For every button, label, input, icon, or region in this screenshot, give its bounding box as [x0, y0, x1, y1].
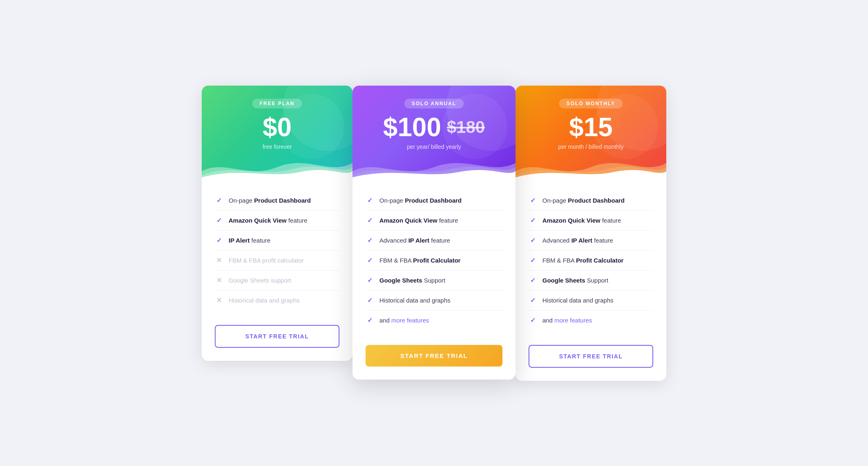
check-icon: ✓ — [366, 197, 374, 205]
feature-text: FBM & FBA Profit Calculator — [542, 257, 623, 264]
card-header-annual: SOLO ANNUAL$100$180per year/ billed year… — [352, 86, 516, 179]
check-icon: ✓ — [529, 256, 537, 265]
feature-bold: IP Alert — [229, 237, 250, 244]
feature-item: ✓On-page Product Dashboard — [529, 191, 653, 211]
feature-bold: IP Alert — [571, 237, 593, 244]
btn-wrap-monthly: START FREE TRIAL — [516, 342, 666, 381]
plan-sub-annual: per year/ billed yearly — [407, 144, 461, 150]
feature-bold: Amazon Quick View — [542, 217, 600, 224]
start-trial-button-annual[interactable]: START FREE TRIAL — [366, 345, 502, 367]
check-icon: ✓ — [529, 316, 537, 325]
pricing-card-free: FREE PLAN$0free forever ✓On-page Product… — [202, 86, 352, 361]
feature-item: ✓Amazon Quick View feature — [215, 211, 339, 231]
feature-item: ✓Advanced IP Alert feature — [529, 231, 653, 251]
feature-text: Amazon Quick View feature — [542, 217, 621, 224]
feature-text: Google Sheets Support — [542, 277, 608, 284]
features-list-monthly: ✓On-page Product Dashboard✓Amazon Quick … — [516, 179, 666, 342]
feature-item: ✓IP Alert feature — [215, 231, 339, 251]
feature-bold: Profit Calculator — [413, 257, 461, 264]
cross-icon: ✕ — [215, 296, 223, 305]
feature-bold: Profit Calculator — [576, 257, 624, 264]
check-icon: ✓ — [529, 296, 537, 305]
btn-wrap-annual: START FREE TRIAL — [352, 342, 516, 380]
check-icon: ✓ — [366, 236, 374, 245]
feature-text: IP Alert feature — [229, 237, 271, 244]
feature-bold: IP Alert — [408, 237, 430, 244]
check-icon: ✓ — [366, 216, 374, 225]
feature-item: ✕Google Sheets support — [215, 271, 339, 291]
feature-item: ✓FBM & FBA Profit Calculator — [529, 251, 653, 271]
feature-item: ✓and more features — [366, 311, 502, 330]
feature-text: Google Sheets support — [229, 277, 291, 284]
feature-text: On-page Product Dashboard — [542, 197, 625, 204]
check-icon: ✓ — [215, 236, 223, 245]
feature-bold: Google Sheets — [379, 277, 422, 284]
check-icon: ✓ — [529, 216, 537, 225]
feature-text: On-page Product Dashboard — [379, 197, 462, 204]
feature-text: and more features — [379, 317, 429, 324]
plan-badge-annual: SOLO ANNUAL — [404, 99, 464, 108]
start-trial-button-free[interactable]: START FREE TRIAL — [215, 325, 339, 348]
feature-item: ✓and more features — [529, 311, 653, 330]
feature-item: ✓Amazon Quick View feature — [529, 211, 653, 231]
more-features-link[interactable]: more features — [554, 317, 592, 324]
cross-icon: ✕ — [215, 276, 223, 285]
plan-price-main-annual: $100 — [383, 114, 441, 140]
feature-bold: Product Dashboard — [568, 197, 625, 204]
feature-item: ✓FBM & FBA Profit Calculator — [366, 251, 502, 271]
feature-bold: Amazon Quick View — [379, 217, 437, 224]
check-icon: ✓ — [529, 197, 537, 205]
feature-item: ✕FBM & FBA profit calculator — [215, 251, 339, 271]
feature-text: Advanced IP Alert feature — [542, 237, 613, 244]
feature-item: ✓Advanced IP Alert feature — [366, 231, 502, 251]
feature-text: Historical data and graphs — [542, 297, 613, 304]
plan-price-annual: $100$180 — [383, 114, 485, 140]
plan-price-monthly: $15 — [569, 114, 613, 140]
features-list-free: ✓On-page Product Dashboard✓Amazon Quick … — [202, 179, 352, 322]
features-list-annual: ✓On-page Product Dashboard✓Amazon Quick … — [352, 179, 516, 342]
feature-text: Historical data and graphs — [379, 297, 450, 304]
plan-price-original-annual: $180 — [447, 119, 485, 136]
check-icon: ✓ — [529, 276, 537, 285]
check-icon: ✓ — [366, 296, 374, 305]
pricing-card-annual: SOLO ANNUAL$100$180per year/ billed year… — [352, 86, 516, 380]
feature-bold: Product Dashboard — [405, 197, 462, 204]
feature-bold: Google Sheets — [542, 277, 585, 284]
feature-text: and more features — [542, 317, 592, 324]
plan-badge-monthly: SOLO MONTHLY — [559, 99, 623, 108]
feature-text: Google Sheets Support — [379, 277, 445, 284]
plan-sub-monthly: per month / billed monthly — [558, 144, 623, 150]
start-trial-button-monthly[interactable]: START FREE TRIAL — [529, 345, 653, 368]
feature-item: ✓Google Sheets Support — [529, 271, 653, 291]
check-icon: ✓ — [366, 276, 374, 285]
check-icon: ✓ — [366, 256, 374, 265]
card-header-monthly: SOLO MONTHLY$15per month / billed monthl… — [516, 86, 666, 179]
feature-item: ✓Historical data and graphs — [366, 291, 502, 311]
feature-bold: Product Dashboard — [254, 197, 311, 204]
feature-item: ✓On-page Product Dashboard — [366, 191, 502, 211]
feature-item: ✓On-page Product Dashboard — [215, 191, 339, 211]
check-icon: ✓ — [215, 197, 223, 205]
feature-text: FBM & FBA Profit Calculator — [379, 257, 460, 264]
check-icon: ✓ — [215, 216, 223, 225]
check-icon: ✓ — [529, 236, 537, 245]
plan-price-free: $0 — [262, 114, 291, 140]
pricing-container: FREE PLAN$0free forever ✓On-page Product… — [149, 86, 719, 381]
card-header-free: FREE PLAN$0free forever — [202, 86, 352, 179]
cross-icon: ✕ — [215, 256, 223, 265]
pricing-card-monthly: SOLO MONTHLY$15per month / billed monthl… — [516, 86, 666, 381]
feature-item: ✓Google Sheets Support — [366, 271, 502, 291]
more-features-link[interactable]: more features — [391, 317, 429, 324]
feature-text: On-page Product Dashboard — [229, 197, 311, 204]
feature-item: ✓Historical data and graphs — [529, 291, 653, 311]
feature-bold: Amazon Quick View — [229, 217, 286, 224]
feature-text: Historical data and graphs — [229, 297, 300, 304]
plan-sub-free: free forever — [262, 144, 292, 150]
feature-text: Amazon Quick View feature — [229, 217, 307, 224]
feature-text: Amazon Quick View feature — [379, 217, 458, 224]
plan-badge-free: FREE PLAN — [252, 99, 302, 108]
btn-wrap-free: START FREE TRIAL — [202, 322, 352, 361]
feature-text: FBM & FBA profit calculator — [229, 257, 304, 264]
feature-item: ✓Amazon Quick View feature — [366, 211, 502, 231]
check-icon: ✓ — [366, 316, 374, 325]
